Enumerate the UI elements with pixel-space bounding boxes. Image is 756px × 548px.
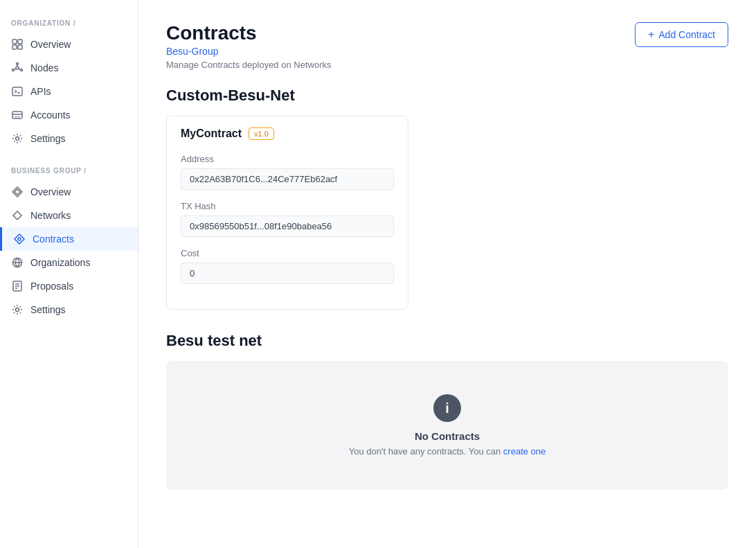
address-value: 0x22A63B70f1C6...24Ce777Eb62acf — [181, 168, 394, 190]
globe-icon — [11, 256, 24, 269]
plus-icon: + — [648, 28, 654, 41]
empty-state: i No Contracts You don't have any contra… — [166, 361, 728, 490]
network-section-title: Custom-Besu-Net — [166, 87, 728, 105]
svg-rect-11 — [12, 87, 22, 96]
sidebar-item-biz-settings[interactable]: Settings — [0, 298, 138, 321]
sidebar-item-label: Accounts — [30, 109, 71, 121]
org-section-label: ORGANIZATION / — [0, 19, 138, 33]
address-label: Address — [181, 154, 394, 164]
proposals-icon — [11, 280, 24, 292]
add-contract-label: Add Contract — [658, 29, 715, 40]
nodes-icon — [11, 62, 24, 74]
sidebar-item-overview[interactable]: Overview — [0, 33, 138, 56]
diamond-icon — [11, 186, 24, 198]
svg-point-5 — [17, 63, 19, 65]
network-section-title-2: Besu test net — [166, 332, 728, 350]
sidebar-item-label: Nodes — [30, 62, 58, 73]
svg-point-18 — [18, 238, 21, 240]
page-description: Manage Contracts deployed on Networks — [166, 60, 331, 70]
sidebar-item-label: APIs — [30, 86, 51, 97]
sidebar-item-label: Proposals — [30, 281, 73, 292]
contract-address-field: Address 0x22A63B70f1C6...24Ce777Eb62acf — [181, 154, 394, 190]
sidebar-item-organizations[interactable]: Organizations — [0, 251, 138, 274]
sidebar-item-label: Overview — [30, 186, 71, 197]
network-section-besu-test-net: Besu test net i No Contracts You don't h… — [166, 332, 728, 490]
txhash-label: TX Hash — [181, 201, 394, 211]
svg-rect-0 — [12, 39, 17, 44]
sidebar-item-networks[interactable]: Networks — [0, 204, 138, 227]
sidebar-item-label: Settings — [30, 133, 66, 144]
sidebar-item-nodes[interactable]: Nodes — [0, 56, 138, 80]
sidebar-item-org-settings[interactable]: Settings — [0, 127, 138, 150]
contract-name: MyContract — [181, 127, 242, 140]
network-section-custom-besu-net: Custom-Besu-Net MyContract v1.0 Address … — [166, 87, 728, 310]
diamond-small-icon — [11, 209, 24, 222]
page-title: Contracts — [166, 22, 331, 44]
sidebar-item-contracts[interactable]: Contracts — [0, 227, 138, 251]
version-badge: v1.0 — [249, 127, 274, 140]
svg-rect-3 — [18, 45, 22, 49]
page-subtitle: Besu-Group — [166, 46, 331, 57]
svg-rect-2 — [12, 45, 17, 49]
sidebar-item-label: Organizations — [30, 257, 90, 268]
empty-desc-prefix: You don't have any contracts. You can — [349, 446, 503, 457]
sidebar-item-apis[interactable]: APIs — [0, 80, 138, 103]
svg-point-7 — [12, 69, 15, 71]
contract-cost-field: Cost 0 — [181, 248, 394, 284]
sidebar-item-label: Overview — [30, 39, 71, 50]
svg-rect-1 — [18, 39, 22, 44]
main-content: Contracts Besu-Group Manage Contracts de… — [138, 0, 756, 548]
contract-card-header: MyContract v1.0 — [181, 127, 394, 140]
page-title-group: Contracts Besu-Group Manage Contracts de… — [166, 22, 331, 70]
grid-icon — [11, 38, 24, 51]
create-one-link[interactable]: create one — [503, 446, 546, 457]
sidebar-item-biz-overview[interactable]: Overview — [0, 180, 138, 204]
biz-section-label: BUSINESS GROUP / — [0, 167, 138, 180]
settings-icon — [11, 132, 24, 145]
add-contract-button[interactable]: + Add Contract — [635, 22, 728, 47]
sidebar: ORGANIZATION / Overview Nodes APIs — [0, 0, 138, 548]
empty-description: You don't have any contracts. You can cr… — [349, 446, 546, 457]
sidebar-item-accounts[interactable]: Accounts — [0, 103, 138, 127]
biz-settings-icon — [11, 303, 24, 316]
cost-label: Cost — [181, 248, 394, 258]
cost-value: 0 — [181, 263, 394, 284]
sidebar-item-label: Contracts — [33, 233, 74, 245]
accounts-icon — [11, 109, 24, 121]
info-icon: i — [433, 394, 461, 422]
sidebar-item-label: Networks — [30, 210, 71, 221]
empty-title: No Contracts — [415, 430, 480, 442]
svg-point-6 — [21, 69, 23, 71]
terminal-icon — [11, 85, 24, 98]
svg-point-17 — [16, 137, 19, 141]
contracts-icon — [13, 233, 26, 245]
page-header: Contracts Besu-Group Manage Contracts de… — [166, 22, 728, 70]
svg-point-24 — [16, 308, 19, 312]
contract-txhash-field: TX Hash 0x98569550b51f...08f1e90babea56 — [181, 201, 394, 237]
svg-rect-13 — [12, 112, 22, 118]
txhash-value: 0x98569550b51f...08f1e90babea56 — [181, 215, 394, 237]
sidebar-item-label: Settings — [30, 304, 66, 315]
contract-card: MyContract v1.0 Address 0x22A63B70f1C6..… — [166, 116, 408, 310]
sidebar-item-proposals[interactable]: Proposals — [0, 274, 138, 298]
